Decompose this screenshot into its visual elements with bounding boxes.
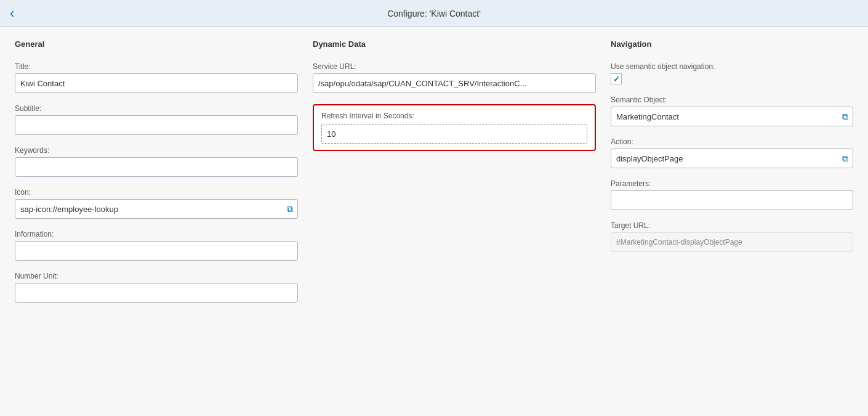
action-label: Action: — [611, 137, 853, 146]
refresh-interval-input[interactable] — [321, 124, 587, 144]
refresh-interval-label: Refresh Interval in Seconds: — [321, 112, 587, 120]
number-unit-label: Number Unit: — [15, 272, 298, 280]
main-content: General Title: Subtitle: Keywords: Icon:… — [0, 27, 868, 416]
title-field-group: Title: — [15, 62, 298, 93]
action-input-wrapper: ⧉ — [611, 149, 853, 168]
action-input[interactable] — [611, 149, 853, 168]
action-copy-button[interactable]: ⧉ — [842, 153, 848, 164]
service-url-label: Service URL: — [313, 62, 596, 71]
title-input[interactable] — [15, 73, 298, 93]
information-field-group: Information: — [15, 230, 298, 261]
use-semantic-checkbox-row — [611, 73, 853, 84]
dynamic-column: Dynamic Data Service URL: Refresh Interv… — [313, 39, 596, 404]
semantic-object-input-wrapper: ⧉ — [611, 107, 853, 126]
use-semantic-label: Use semantic object navigation: — [611, 62, 853, 71]
use-semantic-checkbox[interactable] — [611, 73, 622, 84]
semantic-object-copy-button[interactable]: ⧉ — [842, 112, 848, 122]
keywords-input[interactable] — [15, 157, 298, 177]
general-section-header: General — [15, 39, 298, 50]
icon-copy-button[interactable]: ⧉ — [287, 204, 293, 214]
icon-input-wrapper: ⧉ — [15, 199, 298, 219]
back-button[interactable]: ‹ — [10, 7, 14, 20]
use-semantic-field-group: Use semantic object navigation: — [611, 62, 853, 84]
target-url-readonly: #MarketingContact-displayObjectPage — [611, 232, 853, 252]
icon-label: Icon: — [15, 188, 298, 197]
dynamic-section-header: Dynamic Data — [313, 39, 596, 50]
header-title: Configure: 'Kiwi Contact' — [387, 9, 481, 18]
icon-field-group: Icon: ⧉ — [15, 188, 298, 219]
parameters-field-group: Parameters: — [611, 179, 853, 210]
semantic-object-input[interactable] — [611, 107, 853, 126]
information-input[interactable] — [15, 241, 298, 261]
service-url-field-group: Service URL: — [313, 62, 596, 93]
semantic-object-label: Semantic Object: — [611, 96, 853, 104]
keywords-field-group: Keywords: — [15, 146, 298, 177]
header: ‹ Configure: 'Kiwi Contact' — [0, 0, 868, 27]
service-url-input[interactable] — [313, 73, 596, 93]
parameters-label: Parameters: — [611, 179, 853, 188]
number-unit-input[interactable] — [15, 283, 298, 303]
action-field-group: Action: ⧉ — [611, 137, 853, 168]
information-label: Information: — [15, 230, 298, 239]
refresh-interval-highlight-box: Refresh Interval in Seconds: — [313, 104, 596, 151]
icon-input[interactable] — [15, 199, 298, 219]
target-url-label: Target URL: — [611, 221, 853, 230]
subtitle-input[interactable] — [15, 115, 298, 135]
target-url-field-group: Target URL: #MarketingContact-displayObj… — [611, 221, 853, 252]
navigation-section-header: Navigation — [611, 39, 853, 50]
back-icon: ‹ — [10, 7, 14, 20]
general-column: General Title: Subtitle: Keywords: Icon:… — [15, 39, 298, 404]
subtitle-field-group: Subtitle: — [15, 104, 298, 135]
number-unit-field-group: Number Unit: — [15, 272, 298, 303]
semantic-object-field-group: Semantic Object: ⧉ — [611, 96, 853, 126]
navigation-column: Navigation Use semantic object navigatio… — [611, 39, 853, 404]
subtitle-label: Subtitle: — [15, 104, 298, 113]
keywords-label: Keywords: — [15, 146, 298, 155]
title-label: Title: — [15, 62, 298, 71]
parameters-input[interactable] — [611, 190, 853, 210]
